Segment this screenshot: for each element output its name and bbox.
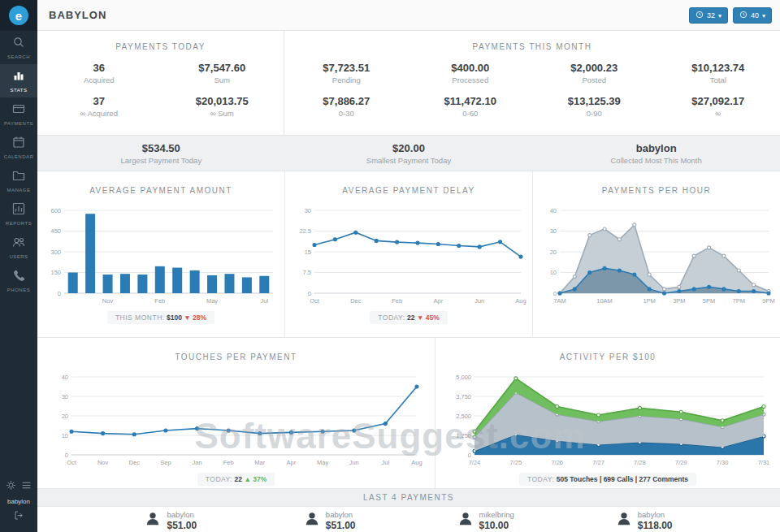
svg-text:3,750: 3,750: [456, 393, 471, 400]
svg-text:30: 30: [550, 227, 557, 235]
sidebar-item-reports[interactable]: REPORTS: [0, 197, 37, 231]
svg-text:Feb: Feb: [392, 297, 402, 305]
svg-text:300: 300: [50, 249, 61, 256]
timer-dropdown-value: 32: [707, 11, 715, 19]
stat-processed: $400.00 Processed: [409, 62, 533, 84]
sidebar: e SEARCH STATS PAYMENTS CALENDAR MANAGE: [0, 0, 37, 532]
chevron-down-icon: [762, 11, 765, 19]
touches-per-payment-chart: 010203040OctNovDecSepJanFebMarAprMayJunJ…: [50, 371, 423, 467]
user-avatar-icon: [304, 510, 320, 532]
svg-text:7/28: 7/28: [634, 459, 646, 466]
delta-down-badge: ▼ 45%: [417, 314, 440, 322]
logout-icon[interactable]: [14, 509, 24, 524]
payment-entry[interactable]: babylon $51.00 $10.00: [304, 510, 356, 532]
clock-dropdown-value: 40: [751, 11, 759, 19]
svg-text:7/29: 7/29: [675, 459, 687, 466]
stat-inf-acquired: 37 ∞ Acquired: [37, 95, 161, 118]
logo-icon: e: [9, 6, 28, 25]
delta-up-badge: ▲ 37%: [244, 475, 266, 483]
svg-text:40: 40: [550, 207, 557, 214]
search-icon: [12, 36, 25, 52]
stats-icon: [12, 69, 25, 85]
payments-summary-section: PAYMENTS TODAY 36 Acquired $7,547.60 Sum…: [37, 31, 780, 136]
timer-dropdown-button[interactable]: 32: [689, 7, 728, 24]
stat-posted: $2,000.23 Posted: [532, 62, 656, 84]
app-logo[interactable]: e: [0, 0, 37, 31]
payments-today-panel: PAYMENTS TODAY 36 Acquired $7,547.60 Sum…: [37, 31, 284, 135]
user-avatar-icon: [145, 510, 161, 532]
chart-footer: TODAY: 22 ▼ 45%: [285, 311, 532, 324]
highlights-band: $534.50 Largest Payment Today $20.00 Sma…: [37, 136, 780, 171]
svg-text:7/27: 7/27: [592, 459, 604, 466]
sidebar-item-phones[interactable]: PHONES: [0, 264, 37, 297]
svg-text:May: May: [206, 297, 218, 305]
users-icon: [12, 236, 25, 252]
chart-title: AVERAGE PAYMENT DELAY: [285, 186, 532, 195]
stat-acquired: 36 Acquired: [37, 62, 161, 84]
svg-text:150: 150: [50, 269, 61, 276]
svg-text:3PM: 3PM: [673, 297, 685, 305]
activity-per-100-panel: ACTIVITY PER $100 01,2502,5003,7505,0007…: [436, 338, 780, 488]
svg-text:Jun: Jun: [474, 297, 484, 305]
payment-entry[interactable]: babylon $51.00 $100.00: [145, 510, 202, 532]
payment-entry[interactable]: mikelbring $10.00: [457, 510, 514, 532]
collected-most-this-month: babylon Collected Most This Month: [532, 142, 780, 165]
last-payments-title: LAST 4 PAYMENTS: [37, 489, 780, 507]
payments-month-title: PAYMENTS THIS MONTH: [284, 42, 780, 51]
clock-dropdown-button[interactable]: 40: [733, 7, 772, 24]
svg-text:Feb: Feb: [223, 459, 233, 466]
report-chart-icon: [12, 202, 25, 218]
payment-entry[interactable]: babylon $118.00: [616, 510, 673, 532]
stat-inf: $27,092.17 ∞: [656, 95, 780, 118]
calendar-icon: [12, 136, 25, 152]
svg-text:Nov: Nov: [97, 459, 108, 466]
svg-text:Jul: Jul: [260, 297, 268, 305]
user-avatar-icon: [616, 510, 632, 532]
credit-card-icon: [12, 102, 25, 119]
touches-per-payment-panel: TOUCHES PER PAYMENT 010203040OctNovDecSe…: [37, 338, 436, 488]
svg-text:10AM: 10AM: [596, 297, 613, 305]
chart-title: TOUCHES PER PAYMENT: [37, 353, 435, 361]
payments-per-hour-chart: 0102030407AM10AM1PM3PM5PM7PM9PM: [538, 205, 775, 305]
svg-text:20: 20: [61, 413, 67, 420]
average-payment-amount-chart: 0150300450600NovFebMayJul: [42, 205, 280, 305]
list-icon[interactable]: [21, 479, 32, 494]
svg-text:7/31: 7/31: [758, 459, 770, 466]
chevron-down-icon: [718, 11, 722, 19]
chart-title: PAYMENTS PER HOUR: [533, 186, 780, 195]
stat-pending: $7,723.51 Pending: [284, 62, 409, 84]
svg-text:Nov: Nov: [102, 297, 114, 305]
sidebar-item-users[interactable]: USERS: [0, 231, 37, 264]
svg-text:9PM: 9PM: [762, 297, 774, 305]
sidebar-item-search[interactable]: SEARCH: [0, 31, 37, 64]
chart-footer: TODAY: 22 ▲ 37%: [37, 473, 435, 486]
activity-per-100-chart: 01,2502,5003,7505,0007/247/257/267/277/2…: [445, 371, 770, 467]
svg-text:0: 0: [64, 452, 67, 459]
chart-footer: TODAY: 505 Touches | 699 Calls | 277 Com…: [436, 473, 780, 486]
sidebar-item-payments[interactable]: PAYMENTS: [0, 97, 37, 131]
page-title: BABYLON: [49, 9, 106, 21]
svg-text:15: 15: [305, 249, 311, 256]
svg-text:May: May: [317, 459, 328, 466]
sidebar-item-stats[interactable]: STATS: [0, 64, 37, 97]
chart-footer: THIS MONTH: $100 ▼ 28%: [37, 311, 284, 324]
phone-icon: [12, 269, 25, 285]
svg-text:7AM: 7AM: [553, 297, 566, 305]
average-payment-amount-panel: AVERAGE PAYMENT AMOUNT 0150300450600NovF…: [37, 171, 285, 337]
svg-text:20: 20: [550, 249, 557, 256]
svg-text:Apr: Apr: [286, 459, 296, 466]
topbar-actions: 32 40: [689, 7, 772, 24]
svg-text:7/26: 7/26: [551, 459, 563, 466]
average-payment-delay-chart: 07.51522.530OctDecFebAprJunAug: [290, 205, 527, 305]
last-payments-section: LAST 4 PAYMENTS babylon $51.00 $100.00 b…: [37, 489, 780, 532]
svg-text:Oct: Oct: [67, 459, 77, 466]
svg-text:Apr: Apr: [434, 297, 444, 305]
chart-title: ACTIVITY PER $100: [436, 353, 780, 361]
largest-payment-today: $534.50 Largest Payment Today: [37, 142, 285, 165]
sidebar-item-calendar[interactable]: CALENDAR: [0, 131, 37, 164]
clock-icon: [739, 11, 748, 20]
gear-icon[interactable]: [6, 479, 16, 494]
sidebar-item-manage[interactable]: MANAGE: [0, 164, 37, 197]
svg-text:Aug: Aug: [411, 459, 422, 466]
smallest-payment-today: $20.00 Smallest Payment Today: [285, 142, 533, 165]
